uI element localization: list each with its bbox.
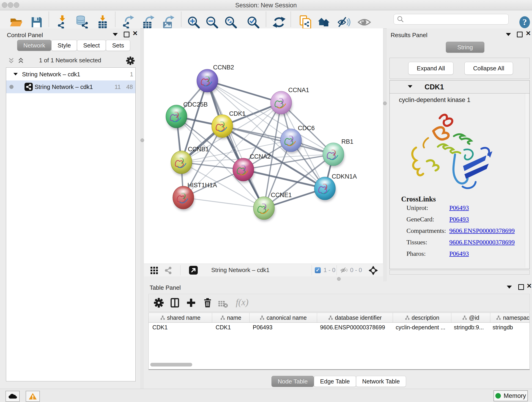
tab-select[interactable]: Select	[77, 40, 106, 51]
tab-edge-table[interactable]: Edge Table	[314, 376, 356, 387]
control-panel-close-icon[interactable]: ✕	[133, 31, 138, 36]
fit-selected-crosshair-icon[interactable]	[368, 266, 378, 275]
network-node-RB1[interactable]	[323, 143, 345, 167]
control-panel-menu-icon[interactable]	[113, 33, 118, 36]
network-node-CDK1[interactable]	[212, 115, 234, 139]
network-node-CCNA1[interactable]	[271, 91, 292, 116]
open-session-icon[interactable]	[9, 15, 23, 30]
control-panel-float-icon[interactable]	[124, 32, 129, 37]
horizontal-splitter[interactable]	[144, 276, 383, 281]
zoom-in-icon[interactable]	[186, 15, 201, 30]
table-options-gear-icon[interactable]	[154, 298, 164, 308]
table-cell[interactable]: stringdb:9...	[450, 323, 489, 332]
table-panel-close-icon[interactable]: ✕	[526, 284, 532, 288]
collapse-all-button[interactable]: Collapse All	[464, 62, 513, 75]
tab-sets[interactable]: Sets	[106, 40, 130, 51]
hidden-items-eye-slash-icon[interactable]	[340, 267, 349, 274]
network-edge[interactable]	[207, 81, 264, 208]
section-collapse-icon[interactable]	[408, 85, 412, 88]
tab-style[interactable]: Style	[51, 40, 77, 51]
import-database-icon[interactable]	[74, 15, 89, 30]
table-panel-menu-icon[interactable]	[507, 286, 512, 288]
function-builder-icon[interactable]: f(x)	[236, 297, 249, 307]
search-field[interactable]	[394, 14, 509, 25]
memory-button[interactable]: Memory	[494, 390, 528, 401]
crosslink-link[interactable]: P06493	[449, 204, 469, 211]
selected-nodes-checkbox[interactable]: ✓	[315, 267, 321, 273]
table-cell[interactable]: 9606.ENSP00000378699	[317, 323, 392, 332]
import-table-icon[interactable]	[95, 15, 110, 30]
network-graph[interactable]: CCNB2CCNA1CDC25BCDK1CDC6RB1CCNB1CCNA2CDK…	[144, 28, 383, 264]
crosslink-link[interactable]: P06493	[449, 250, 469, 257]
column-header-shared-name[interactable]: shared name	[149, 313, 212, 322]
table-horizontal-scrollbar[interactable]	[150, 363, 192, 366]
results-panel-float-icon[interactable]	[517, 32, 523, 37]
table-panel-float-icon[interactable]	[518, 284, 524, 290]
delete-column-trash-icon[interactable]	[203, 298, 213, 308]
table-cell[interactable]: P06493	[249, 323, 317, 332]
crosslink-link[interactable]: 9606.ENSP00000378699	[449, 227, 515, 235]
warning-status-button[interactable]	[26, 391, 40, 402]
network-edge[interactable]	[222, 126, 333, 154]
results-panel-close-icon[interactable]: ✕	[526, 31, 531, 36]
column-header-name[interactable]: name	[212, 313, 249, 322]
export-network-icon[interactable]	[120, 15, 135, 30]
network-node-CDC6[interactable]	[280, 129, 302, 153]
network-collection-row[interactable]: String Network – cdk1 1	[6, 69, 135, 80]
network-row-selected[interactable]: String Network – cdk1 11 48	[6, 80, 135, 93]
show-columns-icon[interactable]	[170, 298, 180, 308]
network-options-gear-icon[interactable]	[126, 56, 135, 65]
left-splitter-handle[interactable]	[140, 138, 144, 142]
network-node-CCNB2[interactable]	[197, 69, 219, 94]
delete-table-icon[interactable]	[218, 299, 228, 309]
tab-network-table[interactable]: Network Table	[356, 376, 406, 387]
right-splitter-handle[interactable]	[383, 102, 387, 105]
tab-network[interactable]: Network	[17, 40, 51, 51]
table-row[interactable]: CDK1CDK1P064939606.ENSP00000378699cyclin…	[149, 323, 530, 332]
collection-expand-icon[interactable]	[13, 73, 18, 75]
network-node-CCNE1[interactable]	[253, 197, 275, 221]
node-table[interactable]: shared namenamecanonical namedatabase id…	[148, 313, 530, 370]
table-cell[interactable]: CDK1	[149, 323, 212, 332]
column-header-namespace[interactable]: namespace	[490, 313, 530, 322]
crosslink-link[interactable]: P06493	[449, 216, 469, 223]
save-session-icon[interactable]	[29, 15, 44, 30]
crosslink-link[interactable]: 9606.ENSP00000378699	[449, 239, 515, 246]
tab-node-table[interactable]: Node Table	[272, 376, 314, 387]
hide-selected-eye-slash-icon[interactable]	[337, 15, 351, 30]
duplicate-network-icon[interactable]	[298, 15, 312, 30]
network-grid-view-icon[interactable]	[150, 266, 158, 274]
zoom-fit-icon[interactable]	[223, 15, 238, 30]
column-header-canonical-name[interactable]: canonical name	[249, 313, 317, 322]
results-panel-menu-icon[interactable]	[506, 33, 511, 36]
splitter-handle[interactable]	[337, 277, 341, 281]
network-single-view-icon[interactable]	[164, 266, 172, 275]
column-header-description[interactable]: description	[393, 313, 451, 322]
expand-all-button[interactable]: Expand All	[408, 62, 453, 75]
export-image-icon[interactable]	[160, 15, 175, 30]
network-edge[interactable]	[243, 170, 325, 188]
tab-string[interactable]: String	[446, 42, 484, 53]
network-edge[interactable]	[183, 198, 264, 208]
create-column-plus-icon[interactable]	[186, 298, 196, 308]
search-input[interactable]	[406, 15, 508, 24]
results-scrollbar[interactable]	[525, 94, 529, 268]
cloud-status-button[interactable]	[6, 391, 20, 402]
help-icon[interactable]: ?	[517, 15, 532, 30]
table-cell[interactable]: cyclin-dependent ...	[392, 323, 450, 332]
table-cell[interactable]: CDK1	[212, 323, 249, 332]
import-network-icon[interactable]	[55, 15, 70, 30]
first-neighbors-icon[interactable]	[316, 15, 331, 30]
column-header-database-identifier[interactable]: database identifier	[317, 313, 393, 322]
zoom-out-icon[interactable]	[205, 15, 219, 30]
network-node-CDKN1A[interactable]	[314, 177, 336, 202]
network-node-CDC25B[interactable]	[166, 105, 188, 130]
table-cell[interactable]: stringdb	[489, 323, 530, 332]
export-table-icon[interactable]	[140, 15, 155, 30]
zoom-selected-icon[interactable]	[246, 15, 260, 30]
refresh-view-icon[interactable]	[272, 15, 286, 30]
detach-view-icon[interactable]	[189, 266, 198, 274]
graphics-details-eye-icon[interactable]	[357, 15, 372, 30]
network-canvas[interactable]: CCNB2CCNA1CDC25BCDK1CDC6RB1CCNB1CCNA2CDK…	[144, 28, 383, 264]
cdk1-section-header[interactable]: CDK1	[390, 80, 530, 94]
